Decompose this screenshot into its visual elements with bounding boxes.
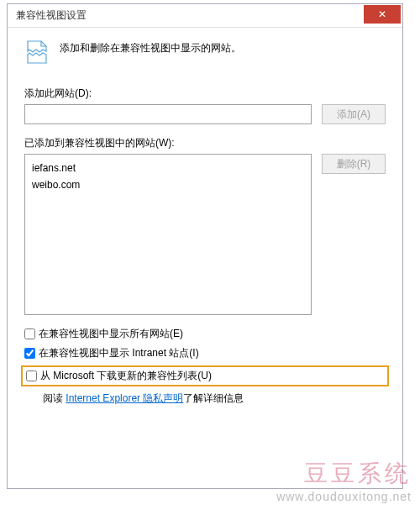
check-label: 从 Microsoft 下载更新的兼容性列表(U) [40, 369, 212, 383]
list-item[interactable]: weibo.com [32, 176, 304, 193]
list-item[interactable]: iefans.net [32, 160, 304, 176]
list-row: iefans.net weibo.com 删除(R) [24, 154, 386, 315]
header-row: 添加和删除在兼容性视图中显示的网站。 [24, 39, 386, 65]
checkbox-area: 在兼容性视图中显示所有网站(E) 在兼容性视图中显示 Intranet 站点(I… [24, 327, 386, 406]
checkbox-show-intranet[interactable] [24, 348, 35, 359]
compat-view-dialog: 兼容性视图设置 ✕ 添加和删除在兼容性视图中显示的网站。 添加此网站(D): 添… [7, 3, 403, 489]
read-prefix: 阅读 [43, 392, 66, 404]
add-button[interactable]: 添加(A) [322, 104, 386, 124]
close-icon: ✕ [378, 8, 386, 20]
add-row: 添加(A) [24, 104, 386, 124]
titlebar: 兼容性视图设置 ✕ [8, 4, 402, 28]
websites-listbox[interactable]: iefans.net weibo.com [24, 154, 312, 315]
dialog-content: 添加和删除在兼容性视图中显示的网站。 添加此网站(D): 添加(A) 已添加到兼… [8, 28, 402, 414]
list-label: 已添加到兼容性视图中的网站(W): [24, 136, 386, 150]
check-label: 在兼容性视图中显示所有网站(E) [39, 327, 183, 341]
broken-page-icon [24, 39, 50, 65]
dialog-title: 兼容性视图设置 [16, 8, 364, 23]
close-button[interactable]: ✕ [364, 5, 401, 24]
watermark-url: www.doudouxitong.net [276, 490, 412, 503]
add-label: 添加此网站(D): [24, 87, 386, 101]
privacy-link[interactable]: Internet Explorer 隐私声明 [66, 392, 183, 404]
checkbox-show-all[interactable] [24, 328, 35, 339]
check-show-all[interactable]: 在兼容性视图中显示所有网站(E) [24, 327, 386, 341]
header-text: 添加和删除在兼容性视图中显示的网站。 [60, 39, 241, 55]
check-show-intranet[interactable]: 在兼容性视图中显示 Intranet 站点(I) [24, 346, 386, 360]
checkbox-download-updates[interactable] [26, 370, 37, 381]
highlighted-option: 从 Microsoft 下载更新的兼容性列表(U) [21, 365, 389, 386]
check-download-updates[interactable]: 从 Microsoft 下载更新的兼容性列表(U) [26, 369, 384, 383]
check-label: 在兼容性视图中显示 Intranet 站点(I) [39, 346, 199, 360]
remove-button[interactable]: 删除(R) [322, 154, 386, 174]
read-suffix: 了解详细信息 [183, 392, 244, 404]
read-privacy-line: 阅读 Internet Explorer 隐私声明了解详细信息 [24, 392, 386, 406]
add-website-input[interactable] [24, 104, 312, 124]
